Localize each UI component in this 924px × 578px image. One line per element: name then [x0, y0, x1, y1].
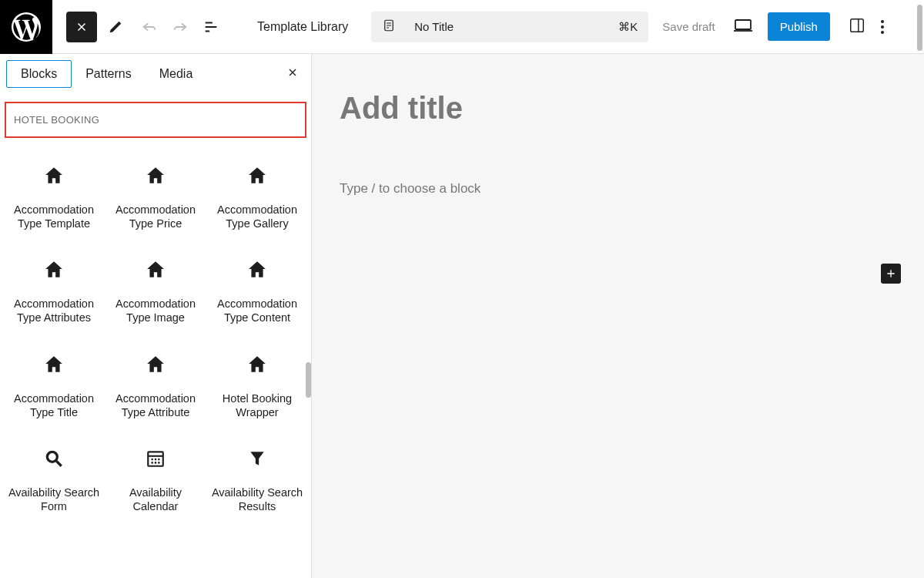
block-item-label: Accommodation Type Price: [109, 203, 202, 230]
template-library-label: Template Library: [257, 20, 348, 34]
editor-body: Blocks Patterns Media HOTEL BOOKING Acco…: [0, 54, 924, 578]
filter-icon: [247, 449, 267, 469]
search-icon: [44, 449, 64, 469]
block-item[interactable]: Accommodation Type Attributes: [3, 252, 105, 346]
block-item-label: Hotel Booking Wrapper: [211, 391, 303, 419]
save-draft-button[interactable]: Save draft: [662, 20, 715, 33]
document-overview-icon[interactable]: [199, 15, 223, 39]
block-item-label: Accommodation Type Attribute: [109, 391, 202, 419]
wordpress-logo[interactable]: [0, 0, 52, 54]
tab-media[interactable]: Media: [146, 61, 207, 87]
block-inserter-panel: Blocks Patterns Media HOTEL BOOKING Acco…: [0, 54, 312, 578]
block-item-label: Accommodation Type Title: [8, 391, 100, 419]
block-item[interactable]: Hotel Booking Wrapper: [206, 347, 308, 441]
editor-canvas[interactable]: Add title Type / to choose a block: [312, 54, 924, 578]
block-item[interactable]: Accommodation Type Title: [3, 347, 105, 441]
block-item-label: Accommodation Type Image: [109, 297, 202, 324]
home-icon: [44, 260, 64, 280]
home-icon: [44, 355, 64, 375]
block-grid: Accommodation Type TemplateAccommodation…: [0, 158, 311, 535]
home-icon: [44, 166, 64, 186]
post-body-placeholder[interactable]: Type / to choose a block: [340, 181, 896, 197]
more-options-icon[interactable]: [881, 20, 884, 34]
block-item-label: Accommodation Type Attributes: [8, 297, 100, 324]
home-icon: [247, 260, 267, 280]
post-title-input[interactable]: Add title: [340, 91, 896, 126]
page-icon: [382, 18, 396, 35]
calendar-icon: [146, 449, 166, 469]
block-item[interactable]: Availability Search Form: [3, 441, 105, 535]
page-scrollbar-thumb[interactable]: [917, 5, 922, 51]
block-item[interactable]: Accommodation Type Template: [3, 158, 105, 252]
command-shortcut: ⌘K: [618, 20, 638, 34]
block-item-label: Availability Search Results: [211, 486, 303, 513]
block-item[interactable]: Accommodation Type Content: [206, 252, 308, 346]
document-title-bar[interactable]: No Title ⌘K: [371, 12, 648, 42]
edit-tool-icon[interactable]: [103, 15, 128, 39]
home-icon: [247, 355, 267, 375]
close-inserter-button[interactable]: [66, 12, 97, 42]
svg-rect-1: [735, 20, 751, 29]
add-block-button[interactable]: [881, 264, 901, 284]
publish-button[interactable]: Publish: [768, 12, 830, 41]
redo-icon[interactable]: [168, 15, 192, 39]
settings-sidebar-toggle-icon[interactable]: [849, 17, 865, 37]
block-item[interactable]: Accommodation Type Image: [105, 252, 206, 346]
block-item[interactable]: Availability Search Results: [206, 441, 308, 535]
home-icon: [146, 355, 166, 375]
svg-rect-2: [851, 18, 864, 32]
block-item-label: Availability Search Form: [8, 486, 100, 513]
block-item[interactable]: Availability Calendar: [105, 441, 206, 535]
block-item-label: Availability Calendar: [109, 486, 202, 513]
close-icon[interactable]: [286, 66, 299, 82]
home-icon: [146, 166, 166, 186]
block-item-label: Accommodation Type Content: [211, 297, 303, 324]
document-title: No Title: [414, 20, 618, 33]
home-icon: [146, 260, 166, 280]
block-item-label: Accommodation Type Gallery: [211, 203, 303, 230]
view-responsive-icon[interactable]: [734, 18, 752, 35]
block-item[interactable]: Accommodation Type Price: [105, 158, 206, 252]
block-item[interactable]: Accommodation Type Attribute: [105, 347, 206, 441]
scrollbar-thumb[interactable]: [306, 362, 311, 398]
block-item-label: Accommodation Type Template: [8, 203, 100, 230]
tab-blocks[interactable]: Blocks: [6, 60, 72, 88]
tab-patterns[interactable]: Patterns: [72, 61, 146, 87]
block-item[interactable]: Accommodation Type Gallery: [206, 158, 308, 252]
top-toolbar: Template Library No Title ⌘K Save draft …: [0, 0, 924, 54]
block-category-header: HOTEL BOOKING: [5, 102, 306, 138]
undo-icon[interactable]: [137, 15, 162, 39]
inserter-tabs: Blocks Patterns Media: [0, 54, 311, 96]
home-icon: [247, 166, 267, 186]
